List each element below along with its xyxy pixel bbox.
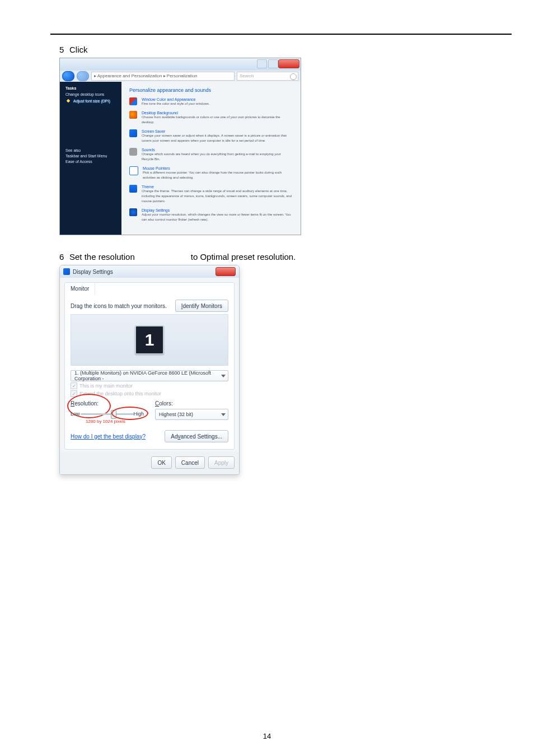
dialog-titlebar[interactable]: Display Settings (60, 265, 239, 278)
sidebar-ease-link[interactable]: Ease of Access (65, 160, 117, 164)
tab-container: Monitor Drag the icons to match your mon… (64, 282, 235, 450)
link-window-color[interactable]: Window Color and AppearanceFine tune the… (129, 97, 293, 106)
page-number: 14 (0, 732, 534, 740)
monitor-1-icon[interactable]: 1 (135, 325, 164, 354)
step-5-num: 5 (59, 45, 67, 54)
link-mouse-pointers[interactable]: Mouse PointersPick a different mouse poi… (129, 166, 293, 180)
slider-high-label: High (133, 411, 144, 417)
window-titlebar[interactable] (60, 58, 301, 71)
drag-instruction: Drag the icons to match your monitors. (71, 303, 167, 309)
slider-low-label: Low (71, 411, 80, 417)
colors-select[interactable]: Highest (32 bit) (155, 409, 228, 420)
step-5-text: Click (69, 45, 88, 54)
checkbox-main-monitor: ✓This is my main monitor (71, 382, 228, 389)
sidebar-link-desktop-icons[interactable]: Change desktop icons (65, 92, 117, 96)
dialog-title: Display Settings (73, 269, 113, 275)
sidebar-footer: See also Taskbar and Start Menu Ease of … (65, 148, 117, 164)
step-6-text-right: to Optimal preset resolution. (191, 252, 296, 262)
sidebar: Tasks Change desktop icons Adjust font s… (60, 82, 121, 235)
window-color-icon (129, 97, 137, 105)
theme-icon (129, 185, 137, 193)
search-input[interactable]: Search (237, 72, 298, 81)
link-sounds[interactable]: SoundsChange which sounds are heard when… (129, 148, 293, 162)
mouse-pointers-icon (129, 166, 138, 175)
nav-forward-button[interactable] (77, 71, 89, 81)
link-desktop-background[interactable]: Desktop BackgroundChoose from available … (129, 111, 293, 125)
sidebar-link-font-size[interactable]: Adjust font size (DPI) (65, 98, 117, 104)
step-6: 6 Set the resolution to Optimal preset r… (59, 252, 484, 262)
sidebar-header: Tasks (65, 86, 117, 90)
identify-monitors-button[interactable]: IIdentify Monitorsdentify Monitors (175, 300, 228, 312)
resolution-slider[interactable]: Low High 1280 by 1024 pixels (71, 408, 144, 423)
dialog-button-row: OK Cancel Apply (60, 452, 239, 474)
main-heading: Personalize appearance and sounds (129, 87, 293, 93)
colors-label: Colors:Colors: (155, 400, 228, 407)
step-6-num: 6 (59, 252, 67, 262)
resolution-value: 1280 by 1024 pixels (81, 419, 130, 424)
window-close-button[interactable] (278, 59, 299, 68)
personalization-main: Personalize appearance and sounds Window… (121, 82, 301, 235)
display-settings-icon (129, 208, 137, 216)
nav-back-button[interactable] (62, 71, 74, 81)
page-top-rule (50, 34, 512, 35)
personalization-window: ▸ Appearance and Personalization ▸ Perso… (59, 58, 301, 235)
screen-saver-icon (129, 129, 137, 137)
monitor-arrangement-area[interactable]: 1 (71, 314, 228, 366)
link-display-settings[interactable]: Display SettingsAdjust your monitor reso… (129, 208, 293, 222)
window-min-max[interactable] (257, 59, 278, 68)
sidebar-see-also: See also (65, 148, 117, 152)
advanced-settings-button[interactable]: Advanced Settings...Advanced Settings... (165, 430, 228, 442)
cancel-button[interactable]: Cancel (175, 456, 205, 469)
sidebar-taskbar-link[interactable]: Taskbar and Start Menu (65, 154, 117, 158)
best-display-help-link[interactable]: How do I get the best display? (71, 433, 146, 440)
step-5: 5 Click (59, 45, 484, 54)
breadcrumb-path[interactable]: ▸ Appearance and Personalization ▸ Perso… (91, 72, 235, 81)
sounds-icon (129, 148, 137, 156)
display-settings-dialog: Display Settings Monitor Drag the icons … (59, 265, 240, 475)
link-theme[interactable]: ThemeChange the theme. Themes can change… (129, 185, 293, 204)
step-6-text-left: Set the resolution (69, 252, 135, 262)
tab-monitor[interactable]: Monitor (65, 283, 95, 295)
apply-button: Apply (208, 456, 235, 469)
shield-icon (65, 98, 71, 104)
address-bar: ▸ Appearance and Personalization ▸ Perso… (60, 71, 301, 82)
device-select[interactable]: 1. (Multiple Monitors) on NVIDIA GeForce… (71, 370, 228, 381)
desktop-background-icon (129, 111, 137, 119)
dialog-close-button[interactable] (216, 267, 236, 276)
ok-button[interactable]: OK (151, 456, 171, 469)
link-screen-saver[interactable]: Screen SaverChange your screen saver or … (129, 129, 293, 143)
display-settings-title-icon (63, 268, 70, 275)
